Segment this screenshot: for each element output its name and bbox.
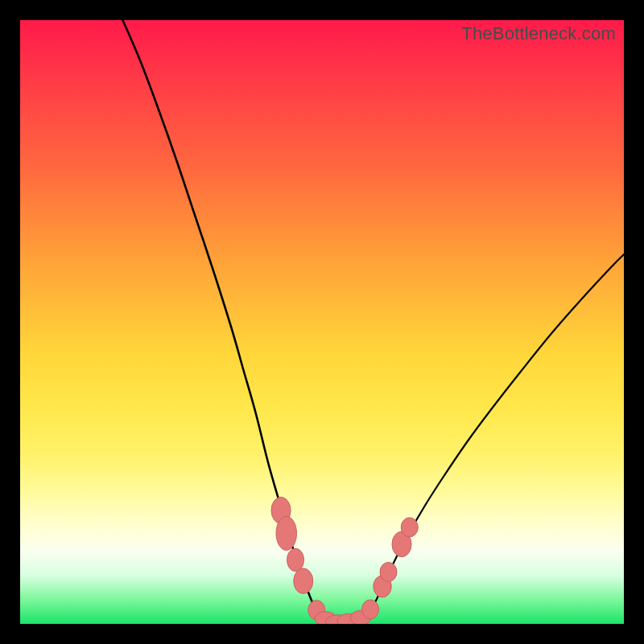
marker-dot [362, 600, 379, 619]
curve-right [367, 254, 624, 616]
markers-group [271, 497, 418, 625]
marker-dot [287, 548, 304, 572]
marker-dot [276, 517, 297, 551]
marker-dot [294, 568, 313, 594]
chart-plot-area: TheBottleneck.com [20, 20, 624, 624]
chart-frame: TheBottleneck.com [0, 0, 644, 644]
marker-dot [380, 563, 397, 582]
watermark-text: TheBottleneck.com [461, 23, 616, 44]
chart-svg [20, 20, 624, 624]
marker-dot [401, 518, 418, 537]
